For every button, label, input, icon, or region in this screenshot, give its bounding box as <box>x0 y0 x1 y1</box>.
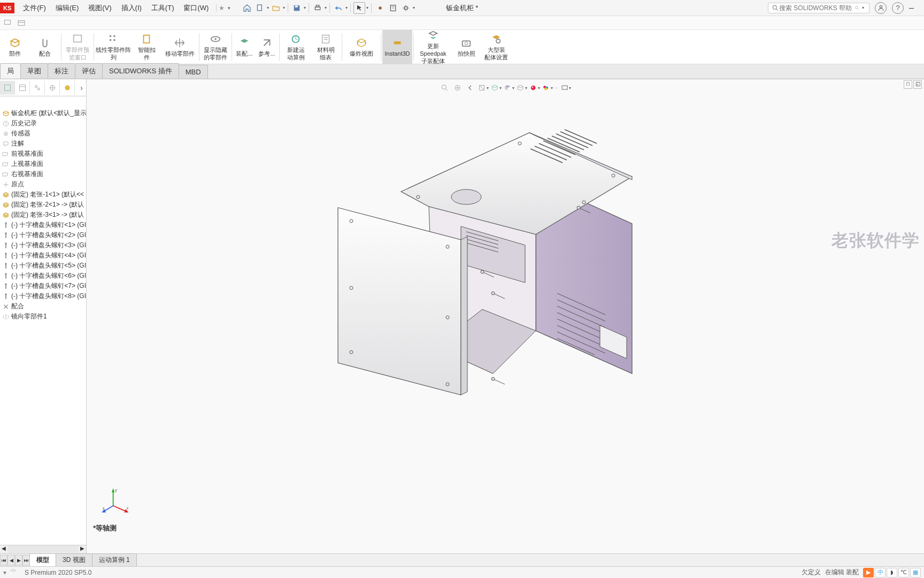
subbar-icon-1[interactable] <box>2 18 13 28</box>
tree-node[interactable]: 镜向零部件1 <box>0 311 86 322</box>
panel-tab-display[interactable] <box>60 81 75 95</box>
ribbon-array-button[interactable]: 线性零部件阵列 <box>95 30 132 64</box>
ribbon-explode-button[interactable]: 爆炸视图 <box>343 30 380 64</box>
help-icon[interactable]: ? <box>892 2 904 14</box>
hud-zoomfit-icon[interactable] <box>452 82 463 93</box>
tree-node[interactable]: 前视基准面 <box>0 149 86 159</box>
side-scrollbar[interactable]: ◀ ▶ <box>0 545 86 553</box>
tree-node[interactable]: (-) 十字槽盘头螺钉<3> (GI <box>0 240 86 250</box>
menu-window[interactable]: 窗口(W) <box>180 1 212 15</box>
save-icon[interactable] <box>291 2 303 14</box>
options-icon[interactable] <box>387 2 399 14</box>
menu-edit[interactable]: 编辑(E) <box>52 1 82 15</box>
tab-next-icon[interactable]: ▶ <box>15 555 22 566</box>
tray-icon-2[interactable]: 中 <box>875 568 886 577</box>
tree-node[interactable]: 配合 <box>0 301 86 311</box>
tab-first-icon[interactable]: ⏮ <box>0 555 7 566</box>
panel-tab-feature[interactable] <box>0 81 15 95</box>
tree-node[interactable]: (固定) 老张-3<1> -> (默认 <box>0 210 86 220</box>
menu-tools[interactable]: 工具(T) <box>148 1 178 15</box>
ribbon-cam-button[interactable]: 拍快照 <box>451 30 481 64</box>
tree-node[interactable]: (-) 十字槽盘头螺钉<6> (GI <box>0 271 86 281</box>
ribbon-asm-button[interactable]: 装配... <box>233 30 256 64</box>
menu-view[interactable]: 视图(V) <box>85 1 114 15</box>
ribbon-move-button[interactable]: 移动零部件 <box>161 30 198 64</box>
bottom-tab-3dview[interactable]: 3D 视图 <box>56 553 93 567</box>
tree-node[interactable]: 上视基准面 <box>0 159 86 169</box>
print-icon[interactable] <box>312 2 324 14</box>
hud-view-orient-icon[interactable] <box>491 82 502 93</box>
tab-prev-icon[interactable]: ◀ <box>7 555 15 566</box>
menu-file[interactable]: 文件(F) <box>20 1 49 15</box>
viewport-max-icon[interactable]: □ <box>904 80 912 89</box>
tab-addins[interactable]: SOLIDWORKS 插件 <box>102 63 179 79</box>
hud-zoom-icon[interactable] <box>440 82 450 93</box>
viewport-restore-icon[interactable]: ◱ <box>913 80 922 89</box>
tree-node[interactable]: 原点 <box>0 179 86 189</box>
panel-tab-property[interactable] <box>15 81 30 95</box>
open-icon[interactable] <box>270 2 282 14</box>
tree-node[interactable]: (-) 十字槽盘头螺钉<7> (GI <box>0 281 86 291</box>
hud-scene-icon[interactable] <box>542 82 553 93</box>
ribbon-instant-button[interactable]: Instant3D <box>382 30 412 64</box>
tree-node[interactable]: (-) 十字槽盘头螺钉<5> (GI <box>0 261 86 271</box>
tree-node[interactable]: (-) 十字槽盘头螺钉<1> (GI <box>0 220 86 230</box>
search-box[interactable]: ▾ <box>768 3 869 13</box>
hud-appearance-icon[interactable] <box>529 82 540 93</box>
tree-node[interactable]: 右视基准面 <box>0 169 86 179</box>
hud-display-icon[interactable] <box>504 82 514 93</box>
subbar-icon-2[interactable] <box>16 18 27 28</box>
tree-node[interactable]: (固定) 老张-2<1> -> (默认 <box>0 200 86 210</box>
undo-icon[interactable] <box>333 2 344 14</box>
status-icon-1[interactable]: ▾ <box>3 569 6 576</box>
hud-hide-icon[interactable] <box>517 82 527 93</box>
minimize-button[interactable]: – <box>909 3 919 13</box>
user-icon[interactable] <box>875 2 887 14</box>
ribbon-bom-button[interactable]: 材料明 细表 <box>311 30 341 64</box>
ribbon-motion-button[interactable]: 新建运 动算例 <box>281 30 311 64</box>
menu-insert[interactable]: 插入(I) <box>118 1 145 15</box>
status-icon-2[interactable] <box>10 568 17 577</box>
bottom-tab-model[interactable]: 模型 <box>29 553 56 567</box>
tray-icon-1[interactable]: ▶ <box>863 568 874 577</box>
tab-mbd[interactable]: MBD <box>179 65 208 79</box>
tree-node[interactable]: 历史记录 <box>0 118 86 128</box>
tray-icon-4[interactable]: ℃ <box>898 568 909 577</box>
tab-last-icon[interactable]: ⏭ <box>22 555 30 566</box>
tab-layout[interactable]: 局 <box>0 63 21 79</box>
tab-sketch[interactable]: 草图 <box>20 63 48 79</box>
feature-tree[interactable]: 钣金机柜 (默认<默认_显示状历史记录传感器注解前视基准面上视基准面右视基准面原… <box>0 106 86 545</box>
ribbon-ref-button[interactable]: 参考... <box>256 30 278 64</box>
tree-node[interactable]: (固定) 老张-1<1> (默认<< <box>0 189 86 200</box>
settings-icon[interactable] <box>400 2 412 14</box>
ribbon-eye-button[interactable]: 显示隐藏 的零部件 <box>201 30 230 64</box>
ribbon-smart-button[interactable]: 智能扣 件 <box>132 30 161 64</box>
ribbon-win-button[interactable]: 零部件预 览窗口 <box>63 30 93 64</box>
panel-tab-config[interactable] <box>30 81 45 95</box>
ribbon-clip-button[interactable]: 配合 <box>30 30 60 64</box>
tray-icon-3[interactable]: ◗ <box>887 568 897 577</box>
rebuild-icon[interactable] <box>374 2 386 14</box>
tab-annotate[interactable]: 标注 <box>48 63 75 79</box>
tree-node[interactable]: (-) 十字槽盘头螺钉<8> (GI <box>0 291 86 301</box>
ribbon-speed-button[interactable]: 更新 Speedpak 子装配体 <box>415 30 451 64</box>
tab-evaluate[interactable]: 评估 <box>75 63 103 79</box>
search-input[interactable] <box>779 4 854 12</box>
ribbon-large-button[interactable]: 大型装 配体设置 <box>481 30 511 64</box>
hud-prev-icon[interactable] <box>465 82 476 93</box>
hud-section-icon[interactable] <box>478 82 489 93</box>
home-icon[interactable] <box>241 2 253 14</box>
tree-node[interactable]: 传感器 <box>0 128 86 139</box>
panel-tab-dimexpert[interactable] <box>45 81 60 95</box>
search-dropdown-icon[interactable] <box>854 5 860 11</box>
star-icon[interactable]: ★ <box>216 4 227 12</box>
tree-node[interactable]: 注解 <box>0 139 86 149</box>
graphics-viewport[interactable]: – <box>87 79 924 553</box>
tree-node[interactable]: (-) 十字槽盘头螺钉<4> (GI <box>0 250 86 261</box>
hud-render-icon[interactable] <box>560 82 571 93</box>
tray-icon-5[interactable]: ▦ <box>910 568 921 577</box>
tree-node[interactable]: 钣金机柜 (默认<默认_显示状 <box>0 108 86 118</box>
ribbon-cube-button[interactable]: 部件 <box>0 30 30 64</box>
panel-tab-more[interactable]: › <box>77 83 86 92</box>
tree-node[interactable]: (-) 十字槽盘头螺钉<2> (GI <box>0 230 86 240</box>
